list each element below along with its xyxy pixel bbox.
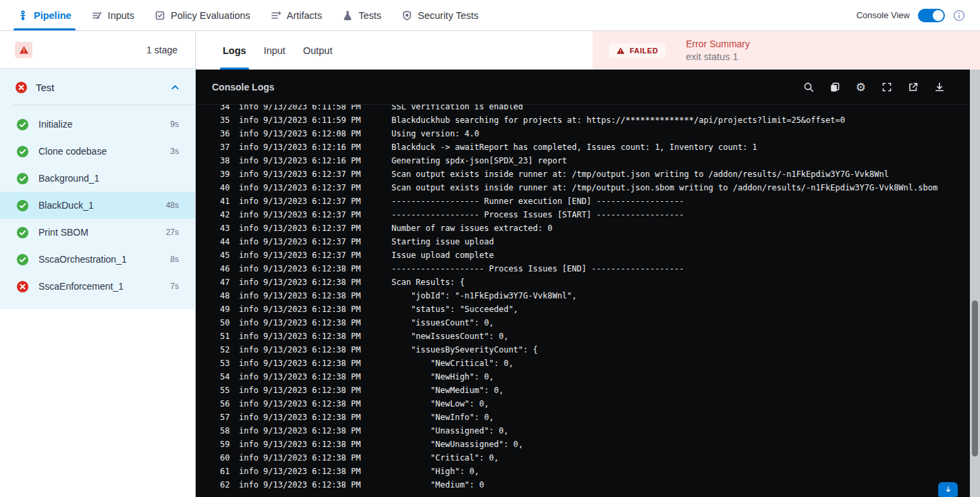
log-level: info: [239, 235, 263, 248]
scroll-to-bottom-button[interactable]: [938, 482, 958, 497]
log-line-number: 54: [220, 370, 239, 384]
log-timestamp: 9/13/2023 6:12:38 PM: [263, 465, 391, 478]
step-label: Background_1: [38, 173, 169, 184]
settings-icon[interactable]: ⚙: [856, 82, 866, 93]
step-row-print-sbom[interactable]: Print SBOM27s: [0, 219, 195, 246]
log-line: 47info9/13/2023 6:12:38 PMScan Results: …: [220, 276, 970, 289]
log-level: info: [239, 303, 263, 316]
log-message: Scan output exists inside runner at: /tm…: [391, 167, 970, 181]
log-message: "Unassigned": 0,: [391, 424, 970, 438]
log-line: 49info9/13/2023 6:12:38 PM "status": "Su…: [220, 303, 970, 316]
success-icon: [16, 226, 29, 239]
step-duration: 8s: [170, 255, 179, 264]
log-line-number: 49: [220, 303, 239, 316]
log-line: 34info9/13/2023 6:11:58 PMSSL verificati…: [220, 105, 970, 113]
log-message: "Medium": 0: [391, 478, 970, 492]
log-timestamp: 9/13/2023 6:12:37 PM: [263, 194, 391, 208]
tab-input[interactable]: Input: [264, 31, 285, 70]
log-level: info: [239, 411, 263, 424]
log-message: SSL verification is enabled: [391, 105, 970, 113]
stage-count-label: 1 stage: [146, 45, 178, 55]
nav-tab-label: Pipeline: [34, 10, 72, 21]
log-line: 51info9/13/2023 6:12:38 PM "newIssuesCou…: [220, 330, 970, 343]
console-view-toggle[interactable]: [918, 9, 945, 22]
copy-icon[interactable]: [829, 82, 840, 93]
error-summary-text: Error Summary exit status 1: [686, 38, 750, 62]
log-line: 54info9/13/2023 6:12:38 PM "NewHigh": 0,: [220, 370, 970, 384]
tab-policy-evaluations[interactable]: Policy Evaluations: [155, 0, 250, 30]
log-level: info: [239, 478, 263, 492]
tab-pipeline[interactable]: Pipeline: [18, 0, 72, 30]
failed-icon: [16, 280, 29, 293]
step-label: Clone codebase: [38, 146, 161, 157]
stage-name: Test: [36, 82, 162, 93]
log-timestamp: 9/13/2023 6:12:38 PM: [263, 343, 391, 357]
log-message: Issue upload complete: [391, 248, 970, 262]
log-message: Scan output exists inside runner at: /tm…: [391, 181, 970, 194]
log-timestamp: 9/13/2023 6:12:37 PM: [263, 221, 391, 235]
step-detail-header: LogsInputOutput FAILED Error Summary exi…: [196, 31, 980, 70]
log-line: 48info9/13/2023 6:12:38 PM "jobId": "-n1…: [220, 289, 970, 303]
search-icon[interactable]: [803, 82, 814, 93]
nav-tab-label: Inputs: [108, 10, 135, 21]
log-timestamp: 9/13/2023 6:12:08 PM: [263, 127, 391, 140]
nav-tab-label: Security Tests: [418, 10, 479, 21]
log-timestamp: 9/13/2023 6:12:38 PM: [263, 424, 391, 438]
console-scrollbar[interactable]: [970, 70, 980, 497]
log-timestamp: 9/13/2023 6:12:38 PM: [263, 289, 391, 303]
log-line-number: 42: [220, 208, 239, 221]
tab-artifacts[interactable]: Artifacts: [271, 0, 322, 30]
log-line-number: 58: [220, 424, 239, 438]
step-row-initialize[interactable]: Initialize9s: [0, 111, 195, 138]
scrollbar-thumb[interactable]: [972, 300, 978, 456]
step-row-background-1[interactable]: Background_1: [0, 165, 195, 192]
nav-tab-label: Policy Evaluations: [171, 10, 250, 21]
tab-tests[interactable]: Tests: [342, 0, 381, 30]
chevron-up-icon[interactable]: [170, 82, 180, 93]
log-line-number: 47: [220, 276, 239, 289]
log-message: "NewLow": 0,: [391, 397, 970, 411]
log-line: 43info9/13/2023 6:12:37 PMNumber of raw …: [220, 221, 970, 235]
step-duration: 48s: [166, 201, 179, 210]
stage-header-test[interactable]: Test: [0, 69, 195, 105]
log-viewport: 34info9/13/2023 6:11:58 PMSSL verificati…: [196, 105, 970, 497]
step-row-clone-codebase[interactable]: Clone codebase3s: [0, 138, 195, 165]
log-line-number: 51: [220, 330, 239, 343]
log-timestamp: 9/13/2023 6:12:38 PM: [263, 370, 391, 384]
log-level: info: [239, 248, 263, 262]
info-icon[interactable]: [953, 9, 965, 22]
step-duration: 27s: [166, 228, 179, 237]
tab-output[interactable]: Output: [303, 31, 333, 70]
error-summary-title: Error Summary: [686, 38, 750, 49]
step-row-sscaorchestration-1[interactable]: SscaOrchestration_18s: [0, 246, 195, 273]
log-line: 61info9/13/2023 6:12:38 PM "High": 0,: [220, 465, 970, 478]
tab-logs[interactable]: Logs: [223, 31, 246, 70]
log-line: 42info9/13/2023 6:12:37 PM--------------…: [220, 208, 970, 221]
log-line-number: 38: [220, 154, 239, 167]
step-row-sscaenforcement-1[interactable]: SscaEnforcement_17s: [0, 273, 195, 300]
tab-security-tests[interactable]: Security Tests: [402, 0, 479, 30]
log-line: 57info9/13/2023 6:12:38 PM "NewInfo": 0,: [220, 411, 970, 424]
log-level: info: [239, 154, 263, 167]
log-timestamp: 9/13/2023 6:12:38 PM: [263, 411, 391, 424]
tab-label: Input: [264, 45, 285, 56]
log-level: info: [239, 330, 263, 343]
log-line: 60info9/13/2023 6:12:38 PM "Critical": 0…: [220, 451, 970, 465]
log-timestamp: 9/13/2023 6:12:38 PM: [263, 438, 391, 451]
step-row-blackduck-1[interactable]: BlackDuck_148s: [0, 192, 195, 219]
tab-inputs[interactable]: Inputs: [92, 0, 135, 30]
log-timestamp: 9/13/2023 6:11:58 PM: [263, 105, 391, 113]
stage-card: Test Initialize9sClone codebase3sBackgro…: [0, 69, 195, 309]
log-line: 41info9/13/2023 6:12:37 PM--------------…: [220, 194, 970, 208]
fullscreen-icon[interactable]: [881, 82, 892, 93]
open-in-new-icon[interactable]: [908, 82, 919, 93]
download-icon[interactable]: [934, 82, 945, 93]
log-line-number: 35: [220, 113, 239, 127]
log-line: 35info9/13/2023 6:11:59 PMBlackduckhub s…: [220, 113, 970, 127]
log-level: info: [239, 451, 263, 465]
log-message: "NewMedium": 0,: [391, 384, 970, 397]
log-line: 55info9/13/2023 6:12:38 PM "NewMedium": …: [220, 384, 970, 397]
success-icon: [16, 172, 29, 185]
step-duration: 9s: [170, 120, 179, 129]
log-line-number: 52: [220, 343, 239, 357]
